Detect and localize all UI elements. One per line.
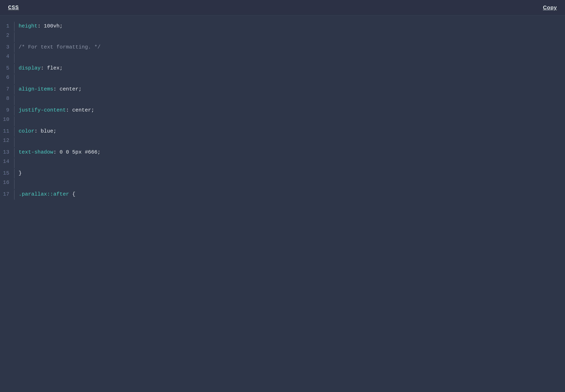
line-content: height: 100vh;: [19, 22, 63, 30]
line-divider: [14, 148, 14, 158]
css-punctuation: :: [66, 107, 72, 113]
css-punctuation: :: [53, 149, 60, 155]
code-line: 14: [0, 158, 565, 168]
line-number: 4: [0, 53, 14, 59]
line-number: 3: [0, 44, 14, 50]
line-divider: [14, 95, 14, 105]
line-number: 12: [0, 137, 14, 143]
code-line: 1height: 100vh;: [0, 21, 565, 32]
line-divider: [14, 32, 14, 42]
css-punctuation: :: [38, 23, 44, 29]
line-divider: [14, 190, 14, 200]
app-container: CSS Copy 1height: 100vh;23/* For text fo…: [0, 0, 565, 206]
line-content: text-shadow: 0 0 5px #666;: [19, 148, 101, 157]
css-value: 0 0 5px #666;: [60, 149, 101, 155]
line-number: 13: [0, 149, 14, 155]
css-value: 100vh;: [44, 23, 63, 29]
css-punctuation: :: [41, 65, 47, 71]
css-value: blue;: [41, 128, 56, 134]
line-number: 16: [0, 180, 14, 185]
css-punctuation: :: [34, 128, 41, 134]
css-comment: /* For text formatting. */: [19, 44, 101, 50]
line-number: 10: [0, 116, 14, 123]
line-divider: [14, 53, 14, 63]
css-property: display: [19, 65, 41, 71]
line-divider: [14, 74, 14, 84]
line-divider: [14, 137, 14, 147]
line-number: 11: [0, 128, 14, 134]
css-property: height: [19, 23, 38, 29]
line-divider: [14, 116, 14, 126]
line-number: 17: [0, 191, 14, 197]
code-line: 16: [0, 179, 565, 190]
css-brace: }: [19, 170, 22, 176]
language-label: CSS: [8, 4, 19, 11]
line-divider: [14, 106, 14, 116]
line-number: 15: [0, 170, 14, 176]
line-divider: [14, 22, 14, 31]
code-line: 4: [0, 53, 565, 63]
line-content: .parallax::after {: [19, 190, 75, 199]
line-number: 5: [0, 65, 14, 71]
code-line: 8: [0, 95, 565, 105]
css-value: flex;: [47, 65, 63, 71]
line-divider: [14, 85, 14, 95]
code-line: 10: [0, 116, 565, 126]
code-line: 13text-shadow: 0 0 5px #666;: [0, 148, 565, 158]
line-content: color: blue;: [19, 127, 56, 136]
line-content: }: [19, 169, 22, 178]
css-punctuation: :: [53, 86, 60, 92]
header: CSS Copy: [0, 0, 565, 15]
line-divider: [14, 127, 14, 137]
css-brace: {: [69, 191, 75, 197]
line-divider: [14, 180, 14, 189]
line-divider: [14, 169, 14, 179]
code-line: 2: [0, 32, 565, 42]
code-line: 17.parallax::after {: [0, 190, 565, 200]
css-property: align-items: [19, 86, 53, 92]
code-line: 9justify-content: center;: [0, 105, 565, 116]
css-property: .parallax::after: [19, 191, 69, 197]
code-line: 15}: [0, 168, 565, 179]
css-value: center;: [72, 107, 94, 113]
css-property: text-shadow: [19, 149, 53, 155]
line-content: justify-content: center;: [19, 106, 94, 114]
line-content: align-items: center;: [19, 85, 82, 94]
code-line: 7align-items: center;: [0, 84, 565, 95]
code-line: 3/* For text formatting. */: [0, 42, 565, 53]
line-number: 7: [0, 86, 14, 92]
code-line: 12: [0, 137, 565, 148]
code-line: 5display: flex;: [0, 63, 565, 74]
code-line: 6: [0, 74, 565, 84]
line-number: 6: [0, 74, 14, 80]
line-content: /* For text formatting. */: [19, 43, 101, 52]
css-property: justify-content: [19, 107, 66, 113]
line-number: 9: [0, 107, 14, 113]
line-number: 2: [0, 32, 14, 38]
code-line: 11color: blue;: [0, 126, 565, 137]
line-number: 8: [0, 95, 14, 101]
line-content: display: flex;: [19, 64, 63, 72]
line-divider: [14, 158, 14, 168]
css-property: color: [19, 128, 34, 134]
line-number: 14: [0, 158, 14, 165]
line-divider: [14, 43, 14, 53]
line-number: 1: [0, 23, 14, 29]
copy-button[interactable]: Copy: [543, 4, 557, 11]
line-divider: [14, 64, 14, 73]
css-value: center;: [60, 86, 82, 92]
code-block: 1height: 100vh;23/* For text formatting.…: [0, 15, 565, 206]
